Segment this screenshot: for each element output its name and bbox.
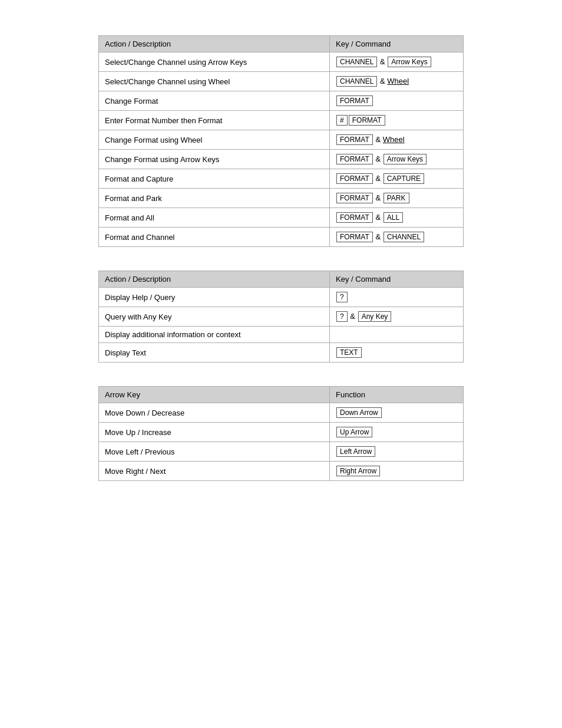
table3: Arrow Key Function Move Down / DecreaseD… — [98, 386, 464, 481]
key-separator: & — [373, 232, 383, 241]
row-description: Select/Change Channel using Wheel — [99, 72, 330, 91]
table-row: Enter Format Number then Format#FORMAT — [99, 111, 464, 130]
row-description: Change Format using Wheel — [99, 130, 330, 150]
row-keys: FORMAT & PARK — [330, 189, 464, 208]
table2-col2-header: Key / Command — [330, 271, 464, 288]
key-badge: FORMAT — [336, 193, 373, 203]
row-description: Query with Any Key — [99, 307, 330, 327]
table-row: Change FormatFORMAT — [99, 91, 464, 111]
row-keys: Up Arrow — [330, 423, 464, 442]
table-row: Display additional information or contex… — [99, 327, 464, 343]
key-badge: FORMAT — [336, 232, 373, 242]
key-badge: Arrow Keys — [388, 57, 431, 67]
key-badge: CHANNEL — [336, 57, 377, 67]
key-badge: FORMAT — [336, 134, 373, 145]
key-separator: & — [373, 135, 383, 144]
table-row: Move Left / PreviousLeft Arrow — [99, 442, 464, 462]
row-description: Enter Format Number then Format — [99, 111, 330, 130]
row-description: Move Right / Next — [99, 462, 330, 481]
row-description: Display additional information or contex… — [99, 327, 330, 343]
table3-col2-header: Function — [330, 387, 464, 403]
row-description: Format and All — [99, 208, 330, 228]
key-separator: & — [373, 174, 383, 183]
key-separator: & — [348, 312, 358, 321]
key-badge: # — [336, 115, 348, 126]
row-description: Select/Change Channel using Arrow Keys — [99, 52, 330, 72]
table-row: Move Right / NextRight Arrow — [99, 462, 464, 481]
table3-section: Arrow Key Function Move Down / DecreaseD… — [98, 386, 464, 481]
row-keys: FORMAT & CAPTURE — [330, 169, 464, 189]
key-separator: & — [373, 154, 383, 163]
row-keys: FORMAT & Wheel — [330, 130, 464, 150]
key-badge: TEXT — [336, 347, 362, 358]
row-keys: FORMAT & ALL — [330, 208, 464, 228]
table1-col1-header: Action / Description — [99, 36, 330, 52]
table-row: Format and ChannelFORMAT & CHANNEL — [99, 228, 464, 247]
table2: Action / Description Key / Command Displ… — [98, 271, 464, 363]
key-badge: PARK — [384, 193, 409, 203]
table-row: Move Up / IncreaseUp Arrow — [99, 423, 464, 442]
row-description: Move Up / Increase — [99, 423, 330, 442]
row-keys: ? & Any Key — [330, 307, 464, 327]
row-keys: FORMAT & CHANNEL — [330, 228, 464, 247]
key-badge: Left Arrow — [336, 446, 375, 457]
key-badge: FORMAT — [336, 95, 373, 106]
key-badge: FORMAT — [336, 154, 373, 164]
key-badge: FORMAT — [336, 173, 373, 184]
table-row: Query with Any Key? & Any Key — [99, 307, 464, 327]
key-badge: CAPTURE — [384, 173, 424, 184]
key-badge: ? — [336, 292, 348, 302]
table1-section: Action / Description Key / Command Selec… — [98, 35, 464, 247]
key-separator: & — [373, 193, 383, 202]
table-row: Change Format using Arrow KeysFORMAT & A… — [99, 150, 464, 169]
table-row: Format and AllFORMAT & ALL — [99, 208, 464, 228]
key-badge: FORMAT — [349, 115, 385, 126]
key-badge: Up Arrow — [336, 427, 372, 437]
table1: Action / Description Key / Command Selec… — [98, 35, 464, 247]
row-description: Move Left / Previous — [99, 442, 330, 462]
table-row: Select/Change Channel using Arrow KeysCH… — [99, 52, 464, 72]
table-row: Display Help / Query? — [99, 288, 464, 307]
row-description: Move Down / Decrease — [99, 403, 330, 423]
table-row: Change Format using WheelFORMAT & Wheel — [99, 130, 464, 150]
row-description: Format and Capture — [99, 169, 330, 189]
key-badge: FORMAT — [336, 212, 373, 223]
row-keys: ? — [330, 288, 464, 307]
row-keys: CHANNEL & Arrow Keys — [330, 52, 464, 72]
row-description: Format and Channel — [99, 228, 330, 247]
key-label: Wheel — [383, 135, 405, 144]
key-badge: ALL — [384, 212, 403, 223]
row-description: Change Format using Arrow Keys — [99, 150, 330, 169]
table1-col2-header: Key / Command — [330, 36, 464, 52]
key-badge: Right Arrow — [336, 466, 380, 476]
row-keys: FORMAT & Arrow Keys — [330, 150, 464, 169]
key-badge: Arrow Keys — [384, 154, 427, 164]
table-row: Move Down / DecreaseDown Arrow — [99, 403, 464, 423]
row-keys: TEXT — [330, 343, 464, 363]
key-badge: CHANNEL — [336, 76, 377, 87]
key-badge: ? — [336, 311, 348, 322]
table2-col1-header: Action / Description — [99, 271, 330, 288]
row-keys: #FORMAT — [330, 111, 464, 130]
row-description: Display Text — [99, 343, 330, 363]
key-label: Wheel — [387, 77, 409, 85]
table2-section: Action / Description Key / Command Displ… — [98, 271, 464, 363]
table-row: Display TextTEXT — [99, 343, 464, 363]
table-row: Select/Change Channel using WheelCHANNEL… — [99, 72, 464, 91]
key-separator: & — [378, 77, 387, 85]
row-keys: Left Arrow — [330, 442, 464, 462]
key-badge: Down Arrow — [336, 407, 382, 418]
row-keys — [330, 327, 464, 343]
row-keys: Right Arrow — [330, 462, 464, 481]
row-keys: Down Arrow — [330, 403, 464, 423]
row-description: Format and Park — [99, 189, 330, 208]
key-badge: CHANNEL — [384, 232, 424, 242]
row-keys: FORMAT — [330, 91, 464, 111]
key-separator: & — [373, 213, 383, 222]
key-badge: Any Key — [358, 311, 392, 322]
table3-col1-header: Arrow Key — [99, 387, 330, 403]
key-separator: & — [378, 57, 387, 66]
row-description: Change Format — [99, 91, 330, 111]
row-keys: CHANNEL & Wheel — [330, 72, 464, 91]
table-row: Format and ParkFORMAT & PARK — [99, 189, 464, 208]
